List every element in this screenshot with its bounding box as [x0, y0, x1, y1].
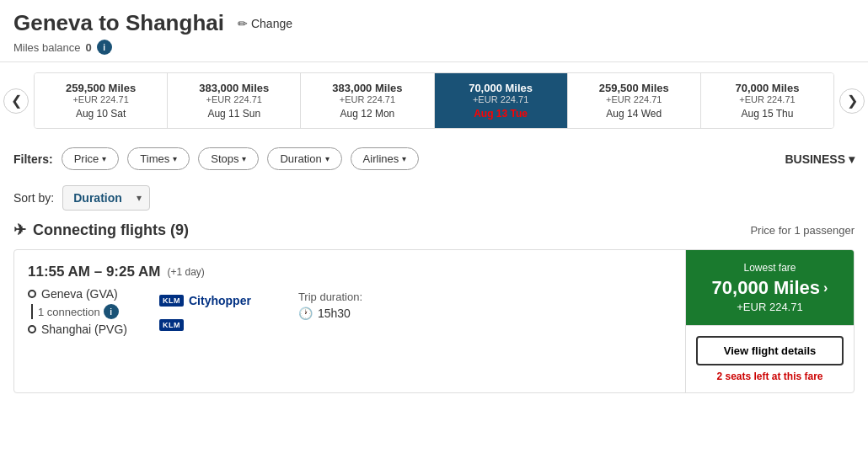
airports-row: Geneva (GVA) 1 connection i Shanghai (PV… — [28, 287, 672, 336]
seats-left-badge: 2 seats left at this fare — [716, 371, 822, 382]
flights-header: ✈ Connecting flights (9) Price for 1 pas… — [13, 221, 855, 239]
stops-chevron-icon: ▾ — [242, 154, 246, 163]
sort-select[interactable]: Duration Price — [62, 185, 150, 211]
view-flight-details-button[interactable]: View flight details — [696, 336, 844, 365]
sort-select-wrapper: Duration Price ▾ — [62, 185, 150, 211]
stops-filter-button[interactable]: Stops ▾ — [198, 147, 259, 170]
date-cell-1[interactable]: 383,000 Miles +EUR 224.71 Aug 11 Sun — [168, 73, 301, 128]
connection-row: 1 connection i — [28, 302, 129, 321]
class-selector-button[interactable]: BUSINESS ▾ — [785, 152, 855, 166]
date-cell-4[interactable]: 259,500 Miles +EUR 224.71 Aug 14 Wed — [568, 73, 701, 128]
lowest-fare-miles: 70,000 Miles › — [712, 277, 828, 299]
flights-section: ✈ Connecting flights (9) Price for 1 pas… — [0, 221, 868, 393]
page-header: Geneva to Shanghai ✏ Change Miles balanc… — [0, 0, 868, 62]
date-cell-2[interactable]: 383,000 Miles +EUR 224.71 Aug 12 Mon — [301, 73, 434, 128]
miles-balance-row: Miles balance 0 i — [13, 40, 855, 55]
flight-info: 11:55 AM – 9:25 AM (+1 day) Geneva (GVA)… — [14, 250, 685, 392]
change-button[interactable]: ✏ Change — [238, 17, 292, 30]
clock-icon: 🕐 — [298, 307, 313, 320]
lowest-fare-button[interactable]: Lowest fare 70,000 Miles › +EUR 224.71 — [686, 250, 854, 325]
duration-chevron-icon: ▾ — [325, 154, 330, 163]
arrow-right-icon: › — [823, 280, 828, 296]
date-cell-3[interactable]: 70,000 Miles +EUR 224.71 Aug 13 Tue — [435, 73, 568, 128]
klm-logo-2: KLM — [159, 319, 184, 331]
date-cell-5[interactable]: 70,000 Miles +EUR 224.71 Aug 15 Thu — [701, 73, 833, 128]
trip-duration-value: 🕐 15h30 — [298, 307, 362, 320]
class-chevron-icon: ▾ — [849, 152, 855, 166]
cityhopper-label: Cityhopper — [189, 294, 251, 307]
times-filter-button[interactable]: Times ▾ — [127, 147, 190, 170]
airlines-filter-button[interactable]: Airlines ▾ — [351, 147, 420, 170]
plane-icon: ✈ — [13, 221, 26, 239]
next-day-badge: (+1 day) — [167, 266, 204, 278]
price-filter-button[interactable]: Price ▾ — [62, 147, 120, 170]
connection-label: 1 connection — [38, 306, 100, 318]
lowest-fare-eur: +EUR 224.71 — [737, 301, 802, 313]
carousel-next-button[interactable]: ❯ — [839, 88, 865, 114]
sort-label: Sort by: — [13, 191, 54, 205]
carousel-dates: 259,500 Miles +EUR 224.71 Aug 10 Sat 383… — [34, 72, 834, 129]
departure-time: 11:55 AM – 9:25 AM — [28, 264, 160, 280]
flights-count-label: Connecting flights (9) — [33, 221, 189, 239]
origin-dot — [28, 290, 36, 298]
times-chevron-icon: ▾ — [173, 154, 177, 163]
flight-times: 11:55 AM – 9:25 AM (+1 day) — [28, 264, 672, 280]
airlines-chevron-icon: ▾ — [402, 154, 406, 163]
price-note: Price for 1 passenger — [750, 224, 855, 237]
flight-card: 11:55 AM – 9:25 AM (+1 day) Geneva (GVA)… — [13, 249, 855, 393]
connection-info-icon[interactable]: i — [104, 304, 119, 319]
destination-dot — [28, 325, 36, 333]
destination-row: Shanghai (PVG) — [28, 323, 129, 336]
origin-label: Geneva (GVA) — [41, 287, 118, 301]
date-carousel: ❮ 259,500 Miles +EUR 224.71 Aug 10 Sat 3… — [0, 72, 868, 129]
trip-duration: 15h30 — [318, 307, 351, 320]
airline-1: KLM Cityhopper — [159, 294, 251, 307]
klm-logo-1: KLM — [159, 295, 184, 307]
flights-title: ✈ Connecting flights (9) — [13, 221, 189, 239]
destination-label: Shanghai (PVG) — [41, 323, 127, 336]
route-column: Geneva (GVA) 1 connection i Shanghai (PV… — [28, 287, 129, 336]
origin-row: Geneva (GVA) — [28, 287, 129, 301]
filters-label: Filters: — [13, 152, 53, 166]
pencil-icon: ✏ — [238, 17, 248, 30]
filters-row: Filters: Price ▾ Times ▾ Stops ▾ Duratio… — [0, 139, 868, 179]
trip-duration-label: Trip duration: — [298, 291, 362, 303]
miles-info-icon[interactable]: i — [97, 40, 112, 55]
price-panel: Lowest fare 70,000 Miles › +EUR 224.71 V… — [685, 250, 854, 392]
price-chevron-icon: ▾ — [102, 154, 106, 163]
airline-2: KLM — [159, 319, 184, 331]
page-title: Geneva to Shanghai — [13, 10, 224, 36]
date-cell-0[interactable]: 259,500 Miles +EUR 224.71 Aug 10 Sat — [35, 73, 168, 128]
sort-row: Sort by: Duration Price ▾ — [0, 179, 868, 221]
view-details-box: View flight details 2 seats left at this… — [686, 325, 854, 392]
airlines-column: KLM Cityhopper KLM — [159, 291, 251, 331]
duration-filter-button[interactable]: Duration ▾ — [267, 147, 341, 170]
carousel-prev-button[interactable]: ❮ — [3, 88, 29, 114]
duration-column: Trip duration: 🕐 15h30 — [298, 287, 362, 320]
lowest-fare-label: Lowest fare — [743, 262, 796, 274]
route-line — [31, 304, 33, 319]
